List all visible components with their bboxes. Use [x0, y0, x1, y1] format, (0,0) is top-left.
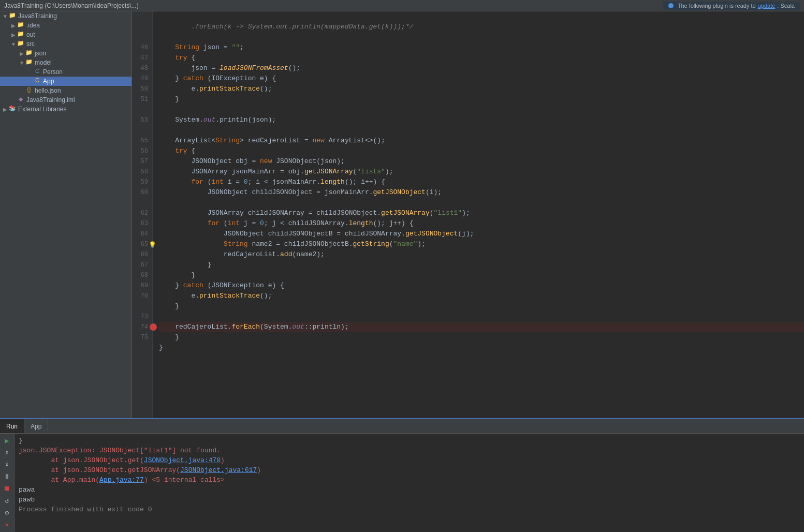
tree-label: External Libraries	[18, 106, 66, 113]
toolbar-btn-run[interactable]: ▶	[2, 436, 12, 446]
toolbar-btn-settings[interactable]: ⚙	[2, 508, 12, 518]
console-link[interactable]: JSONObject.java:617	[180, 466, 257, 474]
code-line: e.printStackTrace();	[159, 291, 804, 301]
tab-run[interactable]: Run	[0, 419, 24, 433]
tree-label: out	[26, 31, 35, 38]
line-number: 58	[134, 167, 148, 177]
console-line: pawa	[19, 485, 800, 495]
code-line: }	[159, 343, 804, 353]
code-line: System.out.println(json);	[159, 115, 804, 125]
line-number: 48	[134, 63, 148, 73]
console-line: Process finished with exit code 0	[19, 505, 800, 514]
tree-arrow: ▶	[10, 32, 17, 38]
line-number: 74	[134, 322, 148, 332]
console-output[interactable]: }json.JSONException: JSONObject["list1"]…	[14, 434, 804, 532]
sidebar-item-java8training[interactable]: ▼ 📁 Java8Training	[0, 11, 131, 21]
line-number: 70	[134, 291, 148, 301]
toolbar-btn-scroll-up[interactable]: ⬆	[2, 448, 12, 457]
tree-icon: C	[33, 68, 41, 76]
line-number: 49	[134, 73, 148, 84]
tree-icon: 📁	[17, 40, 25, 48]
tree-label: json	[35, 50, 46, 57]
code-line: try {	[159, 146, 804, 156]
code-line: try {	[159, 53, 804, 63]
code-line: for (int j = 0; j < childJSONArray.lengt…	[159, 218, 804, 229]
bottom-tabs-bar: RunApp	[0, 419, 804, 434]
line-number	[134, 22, 148, 32]
code-line: String json = "";	[159, 42, 804, 53]
code-line	[159, 198, 804, 208]
code-line: JSONObject childJSONObject = jsonMainArr…	[159, 187, 804, 198]
line-number: 56	[134, 146, 148, 156]
tree-label: Person	[43, 68, 63, 76]
code-line: JSONObject childJSONObjectB = childJSONA…	[159, 229, 804, 239]
toolbar-btn-rerun[interactable]: ↺	[2, 496, 12, 506]
toolbar-btn-scroll-down[interactable]: ⬇	[2, 460, 12, 470]
bulb-marker: 💡	[149, 240, 156, 250]
breakpoint-marker	[150, 323, 157, 331]
editor[interactable]: 4647484950515355565758596062636465666768…	[132, 11, 804, 418]
tree-arrow: ▶	[19, 51, 25, 56]
line-number	[134, 198, 148, 208]
notification-suffix: : Scala	[777, 3, 795, 9]
line-number: 47	[134, 53, 148, 63]
tab-app[interactable]: App	[24, 419, 48, 433]
line-number: 46	[134, 42, 148, 53]
plugin-notification[interactable]: The following plugin is ready to update …	[663, 2, 800, 10]
toolbar-btn-pause[interactable]: ⏸	[2, 472, 12, 482]
tree-icon: 📁	[25, 49, 33, 57]
tree-icon: 📁	[17, 31, 25, 39]
sidebar-item-java8training-iml[interactable]: ◆ Java8Training.iml	[0, 95, 131, 105]
sidebar-item-json[interactable]: ▶ 📁 json	[0, 49, 131, 58]
tree-icon: 📚	[8, 105, 17, 113]
code-line	[159, 312, 804, 322]
sidebar-item-src[interactable]: ▼ 📁 src	[0, 39, 131, 49]
line-number	[134, 343, 148, 353]
code-line: }	[159, 301, 804, 312]
tree-icon: {}	[25, 86, 33, 95]
sidebar-item-app[interactable]: C App	[0, 77, 131, 86]
line-number	[134, 105, 148, 115]
line-number: 53	[134, 115, 148, 125]
tree-arrow: ▶	[2, 107, 8, 112]
sidebar-item-hellojson[interactable]: {} hello.json	[0, 86, 131, 95]
code-line: redCajeroList.add(name2);	[159, 249, 804, 260]
top-bar: Java8Training (C:\Users\Moham\IdeaProjec…	[0, 0, 804, 11]
sidebar-item-person[interactable]: C Person	[0, 67, 131, 77]
console-link[interactable]: App.java:77	[99, 476, 144, 484]
console-link[interactable]: JSONObject.java:470	[144, 456, 221, 464]
tree-label: Java8Training.iml	[26, 96, 75, 104]
toolbar-btn-stop[interactable]: ⏹	[2, 484, 12, 494]
console-line: at json.JSONObject.get(JSONObject.java:4…	[19, 455, 800, 465]
code-line	[159, 125, 804, 136]
sidebar-item-idea[interactable]: ▶ 📁 .idea	[0, 21, 131, 30]
line-number: 75	[134, 332, 148, 343]
tree-label: hello.json	[35, 87, 61, 94]
notification-link[interactable]: update	[758, 3, 776, 9]
tree-label: src	[26, 40, 35, 48]
tree-icon: 📁	[25, 58, 33, 67]
code-line: .forEach(k -> System.out.println(mappedD…	[159, 22, 804, 32]
line-number: 73	[134, 312, 148, 322]
sidebar-item-out[interactable]: ▶ 📁 out	[0, 30, 131, 39]
line-numbers: 4647484950515355565758596062636465666768…	[132, 11, 153, 418]
toolbar-btn-close[interactable]: ✕	[2, 520, 12, 530]
line-number: 59	[134, 177, 148, 187]
line-number: 57	[134, 156, 148, 167]
code-area: 4647484950515355565758596062636465666768…	[132, 11, 804, 418]
line-number: 68	[134, 270, 148, 280]
sidebar-item-external-libraries[interactable]: ▶ 📚 External Libraries	[0, 105, 131, 114]
line-number: 51	[134, 94, 148, 105]
code-line	[159, 11, 804, 22]
code-content: .forEach(k -> System.out.println(mappedD…	[153, 11, 804, 418]
tree-icon: C	[33, 77, 41, 85]
sidebar: ▼ 📁 Java8Training ▶ 📁 .idea ▶ 📁 out ▼ 📁 …	[0, 11, 132, 418]
line-number: 66	[134, 249, 148, 260]
console-line: pawb	[19, 495, 800, 505]
tree-label: App	[43, 78, 54, 85]
code-line	[159, 32, 804, 42]
line-number	[134, 32, 148, 42]
line-number: 60	[134, 187, 148, 198]
sidebar-item-model[interactable]: ▼ 📁 model	[0, 58, 131, 67]
line-number: 62	[134, 208, 148, 218]
